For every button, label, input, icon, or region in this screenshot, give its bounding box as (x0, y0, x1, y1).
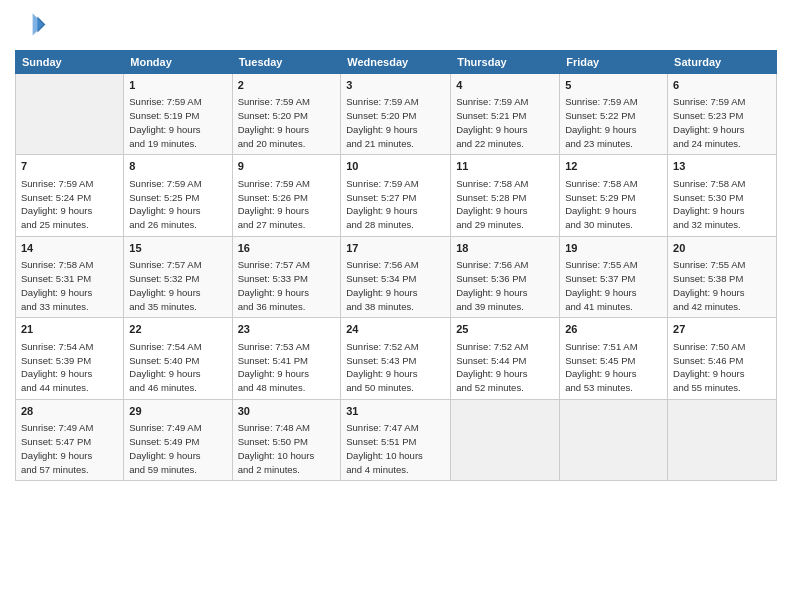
day-number: 26 (565, 322, 662, 337)
calendar-cell: 9Sunrise: 7:59 AMSunset: 5:26 PMDaylight… (232, 155, 341, 236)
day-info: Sunrise: 7:53 AMSunset: 5:41 PMDaylight:… (238, 340, 336, 395)
day-info: Sunrise: 7:59 AMSunset: 5:20 PMDaylight:… (346, 95, 445, 150)
day-number: 7 (21, 159, 118, 174)
day-number: 8 (129, 159, 226, 174)
day-info: Sunrise: 7:54 AMSunset: 5:39 PMDaylight:… (21, 340, 118, 395)
day-info: Sunrise: 7:58 AMSunset: 5:30 PMDaylight:… (673, 177, 771, 232)
day-info: Sunrise: 7:49 AMSunset: 5:49 PMDaylight:… (129, 421, 226, 476)
day-number: 29 (129, 404, 226, 419)
calendar-cell: 3Sunrise: 7:59 AMSunset: 5:20 PMDaylight… (341, 74, 451, 155)
day-info: Sunrise: 7:58 AMSunset: 5:28 PMDaylight:… (456, 177, 554, 232)
day-info: Sunrise: 7:57 AMSunset: 5:33 PMDaylight:… (238, 258, 336, 313)
weekday-header-saturday: Saturday (668, 51, 777, 74)
day-info: Sunrise: 7:54 AMSunset: 5:40 PMDaylight:… (129, 340, 226, 395)
calendar-cell (451, 399, 560, 480)
calendar-cell: 8Sunrise: 7:59 AMSunset: 5:25 PMDaylight… (124, 155, 232, 236)
day-info: Sunrise: 7:59 AMSunset: 5:23 PMDaylight:… (673, 95, 771, 150)
day-number: 22 (129, 322, 226, 337)
calendar-cell: 7Sunrise: 7:59 AMSunset: 5:24 PMDaylight… (16, 155, 124, 236)
calendar-cell (668, 399, 777, 480)
day-number: 30 (238, 404, 336, 419)
calendar-cell (560, 399, 668, 480)
logo-icon (15, 10, 47, 42)
calendar-cell: 10Sunrise: 7:59 AMSunset: 5:27 PMDayligh… (341, 155, 451, 236)
day-number: 13 (673, 159, 771, 174)
weekday-header-tuesday: Tuesday (232, 51, 341, 74)
day-info: Sunrise: 7:57 AMSunset: 5:32 PMDaylight:… (129, 258, 226, 313)
calendar-cell: 16Sunrise: 7:57 AMSunset: 5:33 PMDayligh… (232, 236, 341, 317)
day-number: 17 (346, 241, 445, 256)
calendar-cell: 25Sunrise: 7:52 AMSunset: 5:44 PMDayligh… (451, 318, 560, 399)
calendar-cell: 11Sunrise: 7:58 AMSunset: 5:28 PMDayligh… (451, 155, 560, 236)
calendar-cell: 24Sunrise: 7:52 AMSunset: 5:43 PMDayligh… (341, 318, 451, 399)
day-number: 25 (456, 322, 554, 337)
calendar-cell: 5Sunrise: 7:59 AMSunset: 5:22 PMDaylight… (560, 74, 668, 155)
calendar-cell: 31Sunrise: 7:47 AMSunset: 5:51 PMDayligh… (341, 399, 451, 480)
calendar-cell: 4Sunrise: 7:59 AMSunset: 5:21 PMDaylight… (451, 74, 560, 155)
weekday-header-sunday: Sunday (16, 51, 124, 74)
day-info: Sunrise: 7:56 AMSunset: 5:34 PMDaylight:… (346, 258, 445, 313)
calendar-cell: 18Sunrise: 7:56 AMSunset: 5:36 PMDayligh… (451, 236, 560, 317)
day-number: 4 (456, 78, 554, 93)
weekday-header-thursday: Thursday (451, 51, 560, 74)
calendar-cell: 14Sunrise: 7:58 AMSunset: 5:31 PMDayligh… (16, 236, 124, 317)
day-number: 1 (129, 78, 226, 93)
calendar-cell (16, 74, 124, 155)
day-info: Sunrise: 7:58 AMSunset: 5:31 PMDaylight:… (21, 258, 118, 313)
day-number: 5 (565, 78, 662, 93)
calendar-table: SundayMondayTuesdayWednesdayThursdayFrid… (15, 50, 777, 481)
day-number: 21 (21, 322, 118, 337)
day-number: 31 (346, 404, 445, 419)
header (15, 10, 777, 42)
day-number: 10 (346, 159, 445, 174)
day-number: 2 (238, 78, 336, 93)
day-info: Sunrise: 7:59 AMSunset: 5:26 PMDaylight:… (238, 177, 336, 232)
calendar-cell: 1Sunrise: 7:59 AMSunset: 5:19 PMDaylight… (124, 74, 232, 155)
day-info: Sunrise: 7:59 AMSunset: 5:22 PMDaylight:… (565, 95, 662, 150)
calendar-cell: 2Sunrise: 7:59 AMSunset: 5:20 PMDaylight… (232, 74, 341, 155)
calendar-cell: 23Sunrise: 7:53 AMSunset: 5:41 PMDayligh… (232, 318, 341, 399)
calendar-cell: 26Sunrise: 7:51 AMSunset: 5:45 PMDayligh… (560, 318, 668, 399)
main-container: SundayMondayTuesdayWednesdayThursdayFrid… (0, 0, 792, 486)
day-info: Sunrise: 7:55 AMSunset: 5:37 PMDaylight:… (565, 258, 662, 313)
day-info: Sunrise: 7:49 AMSunset: 5:47 PMDaylight:… (21, 421, 118, 476)
svg-marker-1 (33, 13, 44, 35)
day-info: Sunrise: 7:55 AMSunset: 5:38 PMDaylight:… (673, 258, 771, 313)
weekday-header-row: SundayMondayTuesdayWednesdayThursdayFrid… (16, 51, 777, 74)
day-number: 15 (129, 241, 226, 256)
calendar-cell: 6Sunrise: 7:59 AMSunset: 5:23 PMDaylight… (668, 74, 777, 155)
calendar-cell: 28Sunrise: 7:49 AMSunset: 5:47 PMDayligh… (16, 399, 124, 480)
day-number: 14 (21, 241, 118, 256)
calendar-week-4: 21Sunrise: 7:54 AMSunset: 5:39 PMDayligh… (16, 318, 777, 399)
day-number: 19 (565, 241, 662, 256)
day-info: Sunrise: 7:59 AMSunset: 5:19 PMDaylight:… (129, 95, 226, 150)
day-number: 9 (238, 159, 336, 174)
calendar-cell: 22Sunrise: 7:54 AMSunset: 5:40 PMDayligh… (124, 318, 232, 399)
calendar-cell: 19Sunrise: 7:55 AMSunset: 5:37 PMDayligh… (560, 236, 668, 317)
calendar-week-2: 7Sunrise: 7:59 AMSunset: 5:24 PMDaylight… (16, 155, 777, 236)
day-number: 20 (673, 241, 771, 256)
calendar-cell: 15Sunrise: 7:57 AMSunset: 5:32 PMDayligh… (124, 236, 232, 317)
calendar-cell: 27Sunrise: 7:50 AMSunset: 5:46 PMDayligh… (668, 318, 777, 399)
calendar-cell: 12Sunrise: 7:58 AMSunset: 5:29 PMDayligh… (560, 155, 668, 236)
day-number: 3 (346, 78, 445, 93)
day-number: 23 (238, 322, 336, 337)
day-info: Sunrise: 7:59 AMSunset: 5:24 PMDaylight:… (21, 177, 118, 232)
weekday-header-monday: Monday (124, 51, 232, 74)
day-number: 6 (673, 78, 771, 93)
calendar-week-1: 1Sunrise: 7:59 AMSunset: 5:19 PMDaylight… (16, 74, 777, 155)
day-info: Sunrise: 7:50 AMSunset: 5:46 PMDaylight:… (673, 340, 771, 395)
day-number: 24 (346, 322, 445, 337)
calendar-cell: 29Sunrise: 7:49 AMSunset: 5:49 PMDayligh… (124, 399, 232, 480)
day-info: Sunrise: 7:58 AMSunset: 5:29 PMDaylight:… (565, 177, 662, 232)
day-number: 18 (456, 241, 554, 256)
calendar-week-5: 28Sunrise: 7:49 AMSunset: 5:47 PMDayligh… (16, 399, 777, 480)
day-info: Sunrise: 7:59 AMSunset: 5:25 PMDaylight:… (129, 177, 226, 232)
calendar-cell: 13Sunrise: 7:58 AMSunset: 5:30 PMDayligh… (668, 155, 777, 236)
day-number: 27 (673, 322, 771, 337)
day-info: Sunrise: 7:47 AMSunset: 5:51 PMDaylight:… (346, 421, 445, 476)
day-info: Sunrise: 7:59 AMSunset: 5:27 PMDaylight:… (346, 177, 445, 232)
calendar-cell: 30Sunrise: 7:48 AMSunset: 5:50 PMDayligh… (232, 399, 341, 480)
calendar-cell: 21Sunrise: 7:54 AMSunset: 5:39 PMDayligh… (16, 318, 124, 399)
weekday-header-friday: Friday (560, 51, 668, 74)
